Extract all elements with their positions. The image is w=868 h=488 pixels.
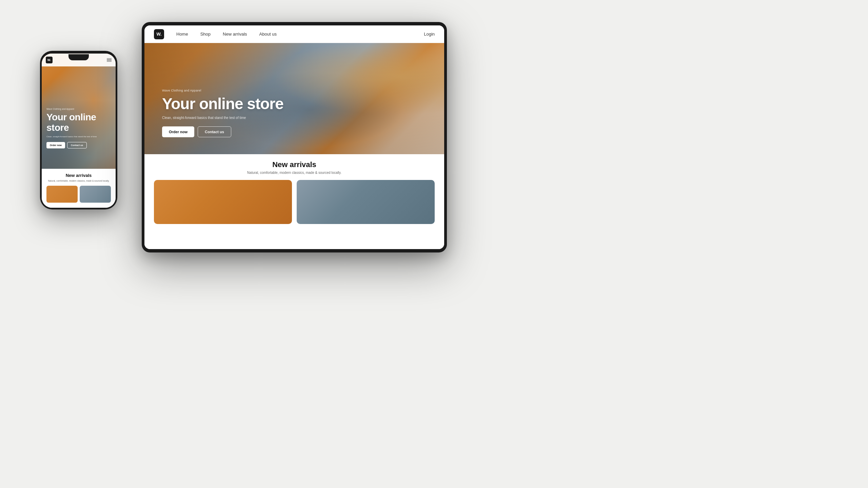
tablet-logo: W. xyxy=(154,29,164,39)
phone-notch xyxy=(68,54,89,60)
nav-login[interactable]: Login xyxy=(424,32,435,37)
tablet-content-section: New arrivals Natural, comfortable, moder… xyxy=(144,154,444,249)
tablet-product-card-2[interactable] xyxy=(297,180,435,224)
tablet-hero-title: Your online store xyxy=(162,96,283,112)
phone-contact-button[interactable]: Contact us xyxy=(67,142,87,148)
phone-order-button[interactable]: Order now xyxy=(46,142,65,148)
phone-screen: W. Wave Clothing and Apparel Your online… xyxy=(42,54,116,208)
phone-section-title: New arrivals xyxy=(46,173,111,178)
tablet-product-card-1[interactable] xyxy=(154,180,292,224)
nav-home[interactable]: Home xyxy=(176,32,188,37)
tablet-brand-text: Wave Clothing and Apparel xyxy=(162,89,283,92)
phone-hero: Wave Clothing and Apparel Your online st… xyxy=(42,54,116,169)
phone-product-card-1[interactable] xyxy=(46,186,78,203)
tablet-hero-buttons: Order now Contact us xyxy=(162,126,283,137)
phone-mockup: W. Wave Clothing and Apparel Your online… xyxy=(40,51,117,209)
tablet-screen: W. Home Shop New arrivals About us Login… xyxy=(144,25,444,249)
phone-content-section: New arrivals Natural, comfortable, moder… xyxy=(42,169,116,208)
tablet-hero: Wave Clothing and Apparel Your online st… xyxy=(144,43,444,154)
phone-hero-buttons: Order now Contact us xyxy=(46,142,111,148)
phone-hero-subtitle: Clean, straight-forward basics that stan… xyxy=(46,135,111,138)
phone-hero-content: Wave Clothing and Apparel Your online st… xyxy=(46,108,111,148)
phone-hero-title: Your online store xyxy=(46,112,111,133)
phone-brand-text: Wave Clothing and Apparel xyxy=(46,108,111,110)
tablet-hero-content: Wave Clothing and Apparel Your online st… xyxy=(162,89,283,137)
nav-shop[interactable]: Shop xyxy=(200,32,211,37)
tablet-section-title: New arrivals xyxy=(154,160,435,169)
tablet-order-button[interactable]: Order now xyxy=(162,126,194,137)
tablet-navbar: W. Home Shop New arrivals About us Login xyxy=(144,25,444,43)
phone-hamburger-menu[interactable] xyxy=(107,58,112,62)
tablet-mockup: W. Home Shop New arrivals About us Login… xyxy=(142,22,447,252)
nav-new-arrivals[interactable]: New arrivals xyxy=(223,32,247,37)
tablet-product-row xyxy=(154,180,435,224)
phone-product-card-2[interactable] xyxy=(80,186,111,203)
phone-logo: W. xyxy=(46,57,53,63)
tablet-section-subtitle: Natural, comfortable, modern classics, m… xyxy=(154,171,435,175)
tablet-contact-button[interactable]: Contact us xyxy=(198,126,231,137)
tablet-nav-links: Home Shop New arrivals About us xyxy=(176,32,424,37)
tablet-hero-subtitle: Clean, straight-forward basics that stan… xyxy=(162,115,283,120)
phone-product-row xyxy=(46,186,111,203)
nav-about-us[interactable]: About us xyxy=(259,32,277,37)
phone-section-subtitle: Natural, comfortable, modern classics, m… xyxy=(46,179,111,182)
